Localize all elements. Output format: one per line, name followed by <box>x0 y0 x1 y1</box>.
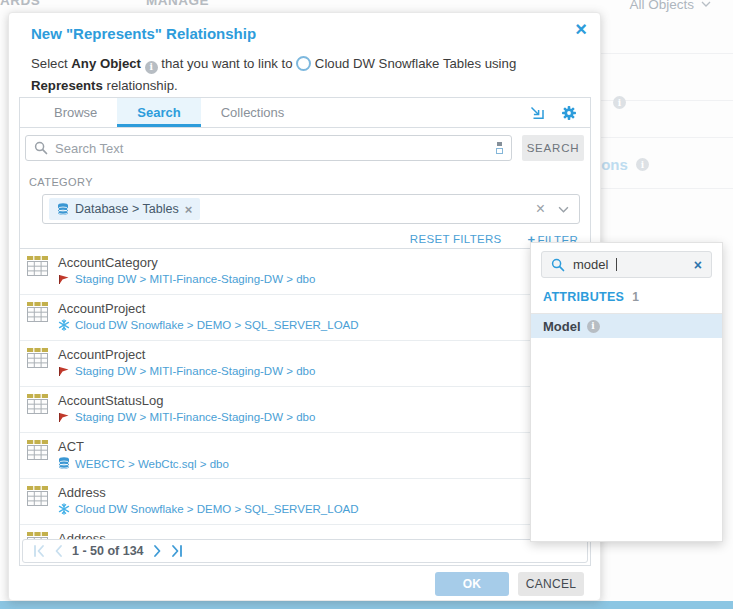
search-button[interactable]: SEARCH <box>522 135 584 161</box>
any-object-label: Any Object <box>71 56 141 71</box>
result-name: AccountProject <box>58 347 315 362</box>
result-path: Staging DW > MITI-Finance-Staging-DW > d… <box>75 273 315 285</box>
result-path: Staging DW > MITI-Finance-Staging-DW > d… <box>75 365 315 377</box>
result-path: Cloud DW Snowflake > DEMO > SQL_SERVER_L… <box>75 319 359 331</box>
tab-collections[interactable]: Collections <box>201 98 305 127</box>
search-icon <box>34 141 48 155</box>
filter-links: RESET FILTERS +FILTER <box>20 224 590 248</box>
tab-search[interactable]: Search <box>117 98 200 127</box>
all-objects-label: All Objects <box>629 0 694 12</box>
table-icon <box>27 348 48 368</box>
info-icon: i <box>613 96 626 109</box>
result-row[interactable]: AccountProject Staging DW > MITI-Finance… <box>20 341 590 387</box>
target-object-label: Cloud DW Snowflake Tables <box>315 56 481 71</box>
category-tag-label: Database > Tables <box>75 202 179 216</box>
object-picker-panel: Browse Search Collections SEARCH CATEGOR… <box>19 97 591 566</box>
database-icon <box>58 457 70 470</box>
all-objects-dropdown[interactable]: All Objects <box>629 0 711 12</box>
tab-bar: Browse Search Collections <box>20 98 590 128</box>
result-row[interactable]: ACT WEBCTC > WebCtc.sql > dbo <box>20 433 590 479</box>
next-page-icon[interactable] <box>153 544 162 558</box>
first-page-icon[interactable] <box>33 544 45 558</box>
database-icon <box>57 203 69 216</box>
clear-search-icon[interactable]: × <box>694 258 702 272</box>
background-bottom-bar <box>0 601 733 609</box>
attributes-count: 1 <box>632 290 639 304</box>
table-icon <box>27 486 48 506</box>
staging-dw-icon <box>58 365 70 377</box>
previous-page-icon[interactable] <box>54 544 63 558</box>
background-top-nav: ARDS MANAGE <box>0 0 733 10</box>
nav-item-manage: MANAGE <box>146 0 209 8</box>
reset-filters-link[interactable]: RESET FILTERS <box>410 233 502 245</box>
table-icon <box>27 302 48 322</box>
background-divider <box>601 188 733 189</box>
nav-item-dashboards: ARDS <box>0 0 40 8</box>
attributes-label: ATTRIBUTES <box>543 290 624 304</box>
result-path: WEBCTC > WebCtc.sql > dbo <box>75 458 229 470</box>
info-icon: i <box>587 320 600 333</box>
info-icon: i <box>145 61 158 74</box>
result-name: AccountCategory <box>58 255 315 270</box>
result-name: AccountProject <box>58 301 359 316</box>
chevron-down-icon[interactable] <box>558 206 569 213</box>
pagination-bar: 1 - 50 of 134 <box>22 539 588 563</box>
table-icon <box>27 394 48 414</box>
result-row[interactable]: AccountStatusLog Staging DW > MITI-Finan… <box>20 387 590 433</box>
popup-search-input[interactable]: model <box>573 257 608 272</box>
attribute-item-label: Model <box>543 319 581 334</box>
filter-attribute-popup: model × ATTRIBUTES 1 Model i <box>530 242 723 542</box>
last-page-icon[interactable] <box>171 544 183 558</box>
result-row[interactable]: AccountCategory Staging DW > MITI-Financ… <box>20 249 590 295</box>
popup-search-field[interactable]: model × <box>541 251 712 278</box>
category-label: CATEGORY <box>29 176 590 188</box>
result-row[interactable]: Address Cloud DW Snowflake > DEMO > SQL_… <box>20 479 590 525</box>
result-row[interactable]: AccountProject Cloud DW Snowflake > DEMO… <box>20 295 590 341</box>
dialog-description: Select Any Object i that you want to lin… <box>31 53 586 98</box>
clear-category-icon[interactable]: × <box>536 201 545 217</box>
result-name: Address <box>58 485 359 500</box>
close-icon[interactable]: × <box>575 19 587 39</box>
snowflake-icon <box>58 319 70 331</box>
table-icon <box>27 440 48 460</box>
table-icon <box>27 256 48 276</box>
target-object-icon <box>296 56 311 71</box>
info-icon: i <box>636 158 649 171</box>
attribute-item-model[interactable]: Model i <box>531 314 722 338</box>
new-relationship-dialog: New "Represents" Relationship × Select A… <box>8 12 601 601</box>
text-caret <box>616 258 617 271</box>
result-path: Cloud DW Snowflake > DEMO > SQL_SERVER_L… <box>75 503 359 515</box>
search-row: SEARCH <box>20 128 590 168</box>
category-select[interactable]: Database > Tables × × <box>42 194 580 224</box>
gear-icon[interactable] <box>561 105 577 121</box>
result-name: AccountStatusLog <box>58 393 315 408</box>
background-divider <box>601 53 733 54</box>
background-divider <box>601 137 733 138</box>
ok-button[interactable]: OK <box>435 572 509 596</box>
dialog-title: New "Represents" Relationship <box>31 25 256 42</box>
search-icon <box>551 258 565 272</box>
pagination-range: 1 - 50 of 134 <box>72 544 144 558</box>
cancel-button[interactable]: CANCEL <box>518 572 584 596</box>
dock-panel-icon[interactable] <box>529 105 545 121</box>
remove-tag-icon[interactable]: × <box>185 203 193 216</box>
category-tag[interactable]: Database > Tables × <box>49 198 200 220</box>
snowflake-icon <box>58 503 70 515</box>
attributes-section-header: ATTRIBUTES 1 <box>531 278 722 314</box>
result-name: ACT <box>58 439 229 454</box>
relationship-name-label: Represents <box>31 78 103 93</box>
result-path: Staging DW > MITI-Finance-Staging-DW > d… <box>75 411 315 423</box>
tab-browse[interactable]: Browse <box>34 98 117 127</box>
search-input[interactable] <box>55 141 489 156</box>
staging-dw-icon <box>58 411 70 423</box>
search-field[interactable] <box>25 135 512 161</box>
staging-dw-icon <box>58 273 70 285</box>
results-list: AccountCategory Staging DW > MITI-Financ… <box>20 248 590 545</box>
search-options-icon[interactable] <box>496 142 503 154</box>
